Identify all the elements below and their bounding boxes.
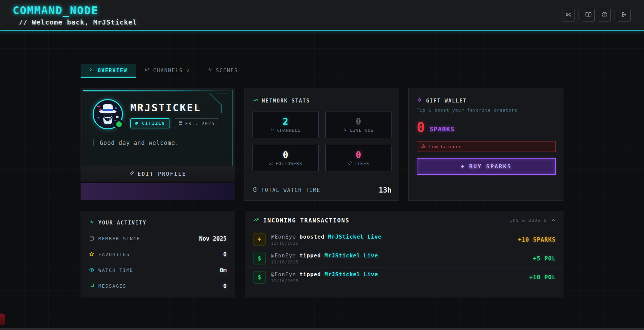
- gift-wallet-subtitle: Tip & boost your favorite creators: [417, 108, 556, 113]
- avatar[interactable]: [93, 99, 123, 129]
- favorites-label-row: FAVORITES: [89, 251, 130, 258]
- your-activity-header: YOUR ACTIVITY: [89, 219, 227, 226]
- watch-time-label-row: TOTAL WATCH TIME: [252, 187, 321, 194]
- network-stats-panel: NETWORK STATS 2 CHANNELS: [244, 88, 399, 201]
- trending-up-icon: [252, 97, 258, 104]
- transactions-header: INCOMING TRANSACTIONS TIPS & BOOSTS: [245, 211, 563, 230]
- citizen-badge: # CITIZEN: [130, 118, 170, 128]
- broadcast-button[interactable]: [562, 9, 575, 22]
- transactions-title-row: INCOMING TRANSACTIONS: [253, 217, 350, 224]
- transaction-amount: +10 POL: [529, 274, 556, 281]
- transaction-detail: @EonEye tipped MrJStickel Live 12/16/202…: [271, 271, 524, 283]
- gift-wallet-panel: GIFT WALLET Tip & boost your favorite cr…: [408, 88, 563, 201]
- help-circle-icon: [601, 11, 608, 19]
- profile-bio: Good day and welcome.: [93, 139, 224, 146]
- transaction-action: tipped: [300, 252, 321, 259]
- buy-sparks-button[interactable]: + BUY SPARKS: [417, 158, 556, 175]
- clock-icon: [252, 187, 258, 194]
- waveform-icon: [208, 67, 213, 74]
- followers-label: FOLLOWERS: [276, 161, 302, 166]
- transaction-target: MrJStickel Live: [325, 252, 378, 259]
- your-activity-panel: YOUR ACTIVITY MEMBER SINCE Nov 2025: [81, 211, 235, 297]
- broadcast-icon: [565, 11, 572, 19]
- tips-boosts-toggle[interactable]: TIPS & BOOSTS: [507, 218, 556, 223]
- transaction-description: @EonEye tipped MrJStickel Live: [271, 252, 528, 259]
- transaction-date: 12/16/2025: [271, 260, 528, 264]
- chevron-up-icon: [551, 218, 556, 223]
- est-badge: EST. 2025: [174, 118, 219, 128]
- profile-card: MRJSTICKEL # CITIZEN: [81, 88, 235, 182]
- profile-inner-panel: MRJSTICKEL # CITIZEN: [83, 90, 233, 166]
- terminal-icon: [89, 67, 94, 74]
- watch-time-label: WATCH TIME: [98, 267, 133, 273]
- calendar-icon: [178, 121, 183, 126]
- chat-bubble-icon: [89, 283, 94, 289]
- transaction-target: MrJStickel Live: [325, 271, 378, 278]
- transaction-row[interactable]: @EonEye boosted MrJStickel Live 12/16/20…: [245, 230, 563, 249]
- logout-icon: [621, 11, 628, 19]
- activity-row-member-since: MEMBER SINCE Nov 2025: [89, 235, 227, 242]
- profile-username: MRJSTICKEL: [130, 102, 219, 114]
- pulse-icon: [89, 219, 95, 226]
- network-stats-title: NETWORK STATS: [262, 98, 310, 104]
- book-open-icon: [585, 11, 592, 19]
- channels-label-row: CHANNELS: [270, 128, 301, 133]
- warning-triangle-icon: [421, 144, 426, 150]
- activity-row-messages: MESSAGES 0: [89, 283, 227, 289]
- tab-label: OVERVIEW: [98, 68, 127, 74]
- tab-scenes[interactable]: SCENES: [199, 64, 247, 78]
- tab-label: CHANNELS: [153, 68, 183, 74]
- divider: [578, 10, 579, 20]
- star-icon: [89, 251, 94, 258]
- tab-channels[interactable]: CHANNELS 2: [136, 64, 198, 78]
- profile-accent-line: [83, 90, 232, 91]
- header-brand: COMMAND_NODE // Welcome back, MrJStickel: [13, 4, 137, 26]
- wallet-balance-row: 0 SPARKS: [417, 121, 556, 133]
- edit-profile-button[interactable]: EDIT PROFILE: [81, 166, 235, 182]
- top-cards-row: MRJSTICKEL # CITIZEN: [81, 88, 563, 201]
- side-notification-tab[interactable]: [0, 314, 5, 325]
- watch-time-value: 0m: [220, 267, 227, 274]
- sparks-currency-label: SPARKS: [429, 125, 455, 133]
- incoming-transactions-panel: INCOMING TRANSACTIONS TIPS & BOOSTS: [245, 211, 563, 297]
- messages-label-row: MESSAGES: [89, 283, 126, 289]
- transaction-row[interactable]: $ @EonEye tipped MrJStickel Live 12/16/2…: [245, 249, 563, 268]
- messages-value: 0: [223, 283, 227, 289]
- transaction-actor: @EonEye: [271, 252, 296, 259]
- logout-button[interactable]: [618, 9, 631, 22]
- channels-value: 2: [283, 117, 288, 126]
- stat-tile-channels: 2 CHANNELS: [252, 112, 319, 138]
- guide-button[interactable]: [582, 9, 595, 22]
- divider: [251, 179, 393, 179]
- low-balance-label: Low balance: [429, 144, 462, 149]
- transaction-detail: @EonEye tipped MrJStickel Live 12/16/202…: [271, 252, 528, 264]
- stat-grid: 2 CHANNELS 0: [252, 112, 392, 171]
- profile-card-column: MRJSTICKEL # CITIZEN: [81, 88, 235, 200]
- live-now-label: LIVE NOW: [350, 128, 374, 133]
- stat-tile-live-now: 0 LIVE NOW: [325, 112, 392, 138]
- transactions-title: INCOMING TRANSACTIONS: [263, 217, 350, 224]
- transaction-date: 12/16/2025: [271, 279, 524, 283]
- watch-time-label-row: WATCH TIME: [89, 267, 133, 274]
- eye-icon: [89, 267, 94, 274]
- bottom-cards-row: YOUR ACTIVITY MEMBER SINCE Nov 2025: [81, 211, 563, 297]
- transaction-row[interactable]: $ @EonEye tipped MrJStickel Live 12/16/2…: [245, 268, 563, 287]
- boost-icon: [253, 233, 266, 246]
- live-now-value: 0: [356, 117, 361, 126]
- tab-label: SCENES: [216, 68, 238, 74]
- tab-overview[interactable]: OVERVIEW: [81, 64, 136, 78]
- live-now-label-row: LIVE NOW: [343, 128, 374, 133]
- trending-up-icon: [253, 217, 259, 224]
- tip-icon: $: [253, 271, 266, 284]
- activity-row-watch-time: WATCH TIME 0m: [89, 267, 227, 274]
- network-stats-header: NETWORK STATS: [252, 97, 392, 104]
- transaction-date: 12/16/2025: [271, 241, 513, 246]
- help-button[interactable]: [598, 9, 611, 22]
- member-since-value: Nov 2025: [199, 235, 227, 242]
- transaction-target: MrJStickel Live: [328, 234, 382, 240]
- transaction-actor: @EonEye: [271, 234, 296, 240]
- stat-tile-likes: 0 LIKES: [325, 145, 392, 171]
- followers-label-row: FOLLOWERS: [269, 161, 302, 166]
- favorites-label: FAVORITES: [98, 252, 130, 257]
- gift-wallet-title: GIFT WALLET: [426, 98, 467, 104]
